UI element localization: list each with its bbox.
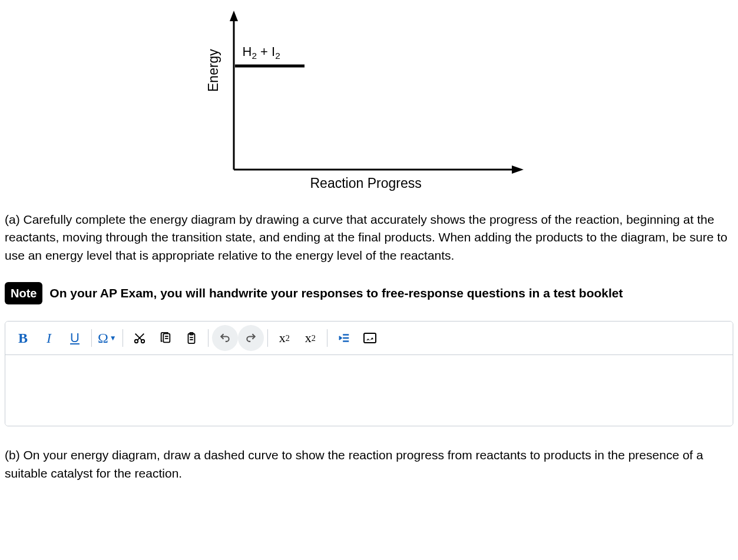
separator — [267, 329, 268, 347]
subscript-button[interactable]: x2 — [297, 325, 323, 351]
energy-diagram-container: Energy Reaction Progress H2 + I2 — [5, 5, 733, 193]
separator — [327, 329, 327, 347]
clipboard-icon — [185, 332, 198, 344]
copy-icon — [159, 332, 172, 344]
italic-button[interactable]: I — [36, 325, 62, 351]
energy-diagram: Energy Reaction Progress H2 + I2 — [210, 5, 528, 193]
redo-icon — [245, 332, 257, 344]
note-row: Note On your AP Exam, you will handwrite… — [5, 282, 733, 304]
paste-button[interactable] — [178, 325, 204, 351]
indent-icon — [337, 332, 350, 344]
special-char-button[interactable]: Ω ▼ — [95, 330, 119, 346]
editor-textarea[interactable] — [5, 355, 733, 426]
undo-icon — [219, 332, 231, 344]
scissors-icon — [133, 332, 146, 344]
separator — [208, 329, 209, 347]
underline-button[interactable]: U — [62, 325, 88, 351]
svg-point-5 — [134, 340, 138, 343]
svg-marker-3 — [512, 165, 524, 174]
note-badge: Note — [5, 282, 42, 304]
rich-text-editor: B I U Ω ▼ x2 x2 — [5, 321, 733, 426]
image-icon — [363, 332, 377, 344]
note-text: On your AP Exam, you will handwrite your… — [49, 286, 623, 300]
redo-button[interactable] — [238, 325, 264, 351]
indent-button[interactable] — [331, 325, 357, 351]
question-a-text: (a) Carefully complete the energy diagra… — [5, 211, 733, 264]
x-axis-label: Reaction Progress — [310, 175, 422, 191]
undo-button[interactable] — [212, 325, 238, 351]
svg-rect-19 — [364, 333, 376, 343]
editor-toolbar: B I U Ω ▼ x2 x2 — [5, 322, 733, 355]
copy-button[interactable] — [153, 325, 178, 351]
cut-button[interactable] — [127, 325, 153, 351]
reactants-label: H2 + I2 — [243, 44, 280, 61]
image-button[interactable] — [357, 325, 383, 351]
chevron-down-icon: ▼ — [110, 334, 117, 342]
question-b-text: (b) On your energy diagram, draw a dashe… — [5, 446, 733, 482]
separator — [123, 329, 123, 347]
superscript-button[interactable]: x2 — [272, 325, 297, 351]
svg-marker-1 — [230, 11, 238, 21]
diagram-svg — [210, 5, 528, 193]
y-axis-label: Energy — [206, 49, 221, 92]
separator — [91, 329, 92, 347]
bold-button[interactable]: B — [10, 325, 36, 351]
svg-point-6 — [141, 340, 144, 343]
